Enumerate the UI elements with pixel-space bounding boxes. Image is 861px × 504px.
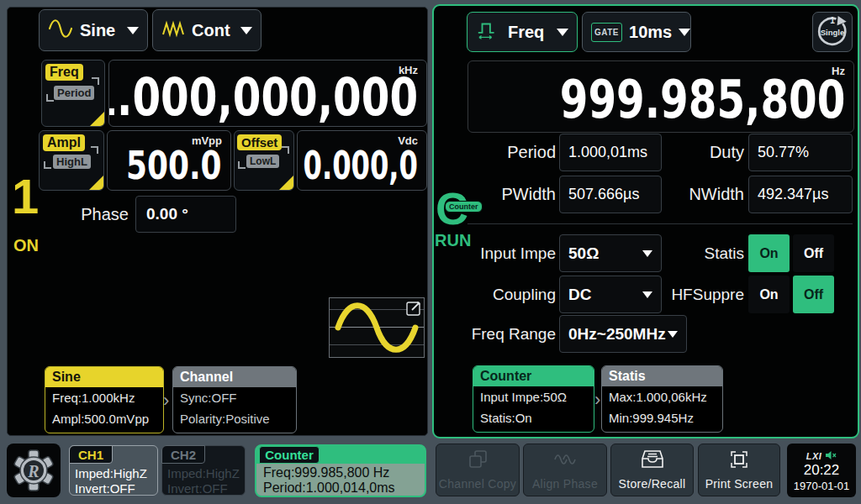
counter-mode-dropdown[interactable]: Freq [467,12,578,52]
hfsuppre-on-button[interactable]: On [748,276,790,313]
corner-triangle-icon [90,112,104,126]
ch2-invert: Invert:OFF [167,481,228,496]
square-wave-icon [476,19,501,45]
freq-param-button[interactable]: Freq Period [41,60,105,127]
system-status-box: LXI 20:22 1970-01-01 [787,444,856,497]
align-phase-label: Align Phase [524,477,606,491]
ampl-value: 500.0 [126,144,222,188]
sine-icon [48,19,73,42]
lxi-label: LXI [806,451,822,461]
statis-info-box[interactable]: Statis Max:1.000,06kHz Min:999.945Hz [601,365,723,433]
instrument-screen: 1 ON Sine Cont Freq Period kHz [0,0,861,504]
counter-status-period: Period:1.000,014,0ms [263,480,395,496]
offset-param-button[interactable]: Offset LowL [234,130,294,191]
corner-bracket [92,77,99,85]
channel-info-line: Polarity:Positive [173,408,296,429]
offset-value-display[interactable]: Vdc 0.000,0 [297,130,427,191]
gate-badge: GATE [591,23,622,42]
period-value: 1.000,01ms [559,134,662,171]
waveform-dropdown-label: Sine [80,21,115,40]
phase-field[interactable]: 0.00 ° [135,196,236,233]
counter-info-line: Input Impe:50Ω [473,386,594,407]
clock-time: 20:22 [787,462,856,479]
freq-range-dropdown[interactable]: 0Hz~250MHz [559,315,687,353]
single-count: 1 [813,16,852,25]
coupling-value: DC [568,286,591,304]
counter-freq-value: 999.985,800 [559,71,845,129]
input-impedance-dropdown[interactable]: 50Ω [559,234,662,272]
freq-value-display[interactable]: kHz 1.000,000,000 [108,60,427,127]
duty-value: 50.77% [748,134,853,171]
input-impedance-label: Input Impe [459,234,556,272]
ch2-tab: CH2 [161,445,205,464]
corner-bracket [91,146,98,154]
ch1-invert: Invert:OFF [75,481,135,496]
continuous-wave-icon [161,19,185,42]
highl-tag: HighL [53,155,91,169]
channel-copy-label: Channel Copy [436,477,519,491]
chevron-down-icon [127,27,139,34]
gate-time-dropdown[interactable]: GATE 10ms [582,12,691,52]
offset-value: 0.000,0 [304,144,418,188]
mode-dropdown-label: Cont [192,21,230,40]
counter-mode-label: Freq [508,23,544,42]
gear-icon: R [12,449,55,492]
store-recall-icon [641,449,664,470]
chevron-down-icon [240,27,252,34]
statis-info-title: Statis [602,366,722,386]
hfsuppre-label: HFSuppre [636,276,744,313]
statis-on-button[interactable]: On [748,234,790,272]
input-impedance-value: 50Ω [568,244,599,263]
channel-info-line: Sync:OFF [173,387,296,408]
single-label: Single [813,28,852,37]
copy-icon [466,449,489,470]
phase-label: Phase [55,196,129,233]
duty-label: Duty [656,134,744,171]
ch1-tab: CH1 [69,445,113,464]
counter-status-freq: Freq:999.985,800 Hz [263,465,389,480]
ch2-status-box[interactable]: CH2 Imped:HighZ Invert:OFF [161,445,246,496]
corner-triangle-icon [279,176,293,190]
waveform-dropdown[interactable]: Sine [39,9,148,51]
edit-icon[interactable] [405,300,422,317]
ch1-status-box[interactable]: CH1 Imped:HighZ Invert:OFF [69,445,158,496]
rigol-logo[interactable]: R [7,444,61,497]
align-phase-icon [552,449,578,470]
sine-info-line: Ampl:500.0mVpp [45,408,163,429]
counter-status-box[interactable]: Counter Freq:999.985,800 Hz Period:1.000… [255,444,426,497]
hfsuppre-off-button[interactable]: Off [793,276,834,313]
channel-info-box[interactable]: Channel Sync:OFF Polarity:Positive [172,366,297,433]
mode-dropdown[interactable]: Cont [152,9,261,51]
ampl-value-display[interactable]: mVpp 500.0 [107,130,231,191]
waveform-preview[interactable] [329,297,425,358]
gate-time-value: 10ms [629,23,672,42]
print-screen-label: Print Screen [699,477,779,491]
period-label: Period [467,134,556,171]
counter-info-box[interactable]: Counter Input Impe:50Ω Statis:On [473,365,594,433]
statis-info-line: Max:1.000,06kHz [602,386,722,407]
ch2-impedance: Imped:HighZ [167,466,240,480]
ampl-param-button[interactable]: Ampl HighL [39,130,104,191]
store-recall-button[interactable]: Store/Recall [610,444,694,496]
corner-triangle-icon [89,176,103,190]
single-trigger-button[interactable]: 1 Single [812,12,853,52]
pwidth-label: PWidth [467,176,556,213]
freq-range-label: Freq Range [459,315,556,353]
chevron-right-icon: › [594,389,600,411]
coupling-label: Coupling [459,276,556,313]
sine-info-box[interactable]: Sine Freq:1.000kHz Ampl:500.0mVpp [45,366,164,433]
statis-label: Statis [656,234,744,272]
store-recall-label: Store/Recall [611,477,693,491]
print-screen-button[interactable]: Print Screen [698,444,780,496]
channel-copy-button: Channel Copy [436,444,520,496]
period-tag: Period [54,86,94,100]
sine-info-line: Freq:1.000kHz [45,387,163,408]
ampl-tag: Ampl [43,134,85,151]
channel1-number: 1 [12,172,39,221]
statis-off-button[interactable]: Off [793,234,834,272]
freq-tag: Freq [45,64,83,81]
lowl-tag: LowL [246,155,279,168]
chevron-down-icon [679,29,690,36]
chevron-down-icon [557,29,568,36]
sine-info-title: Sine [45,367,163,387]
